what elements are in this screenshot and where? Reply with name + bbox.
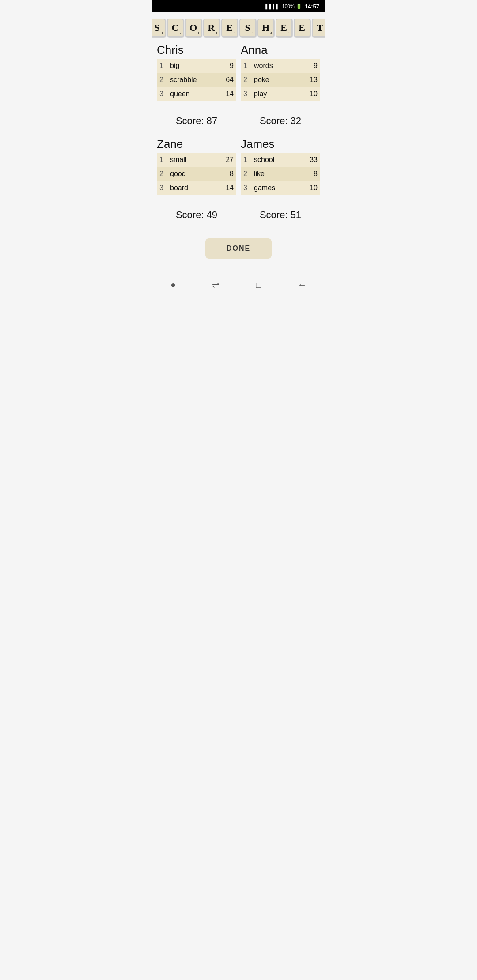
title-tile: S1	[152, 19, 166, 37]
players-row-2: Zane 1 small 27 2 good 8 3 board 14	[157, 137, 320, 200]
word: play	[251, 87, 296, 101]
word: school	[251, 153, 297, 167]
table-row: 1 big 9	[157, 59, 236, 73]
title-tile: T1	[312, 19, 325, 37]
anna-table: 1 words 9 2 poke 13 3 play 10	[241, 59, 320, 101]
player-anna: Anna 1 words 9 2 poke 13 3 play 10	[241, 43, 320, 101]
word: board	[167, 181, 212, 195]
table-row: 2 like 8	[241, 167, 320, 181]
title-tile: R1	[203, 19, 220, 37]
word: words	[251, 59, 296, 73]
score-summary-row1: Score: 87 Score: 32	[157, 108, 320, 130]
square-icon[interactable]: □	[256, 280, 261, 290]
score: 64	[216, 73, 236, 87]
word: queen	[167, 87, 216, 101]
title-tile: O1	[185, 19, 202, 37]
score: 33	[297, 153, 320, 167]
nav-bar: ● ⇌ □ ←	[152, 273, 325, 296]
score: 8	[212, 167, 236, 181]
table-row: 2 scrabble 64	[157, 73, 236, 87]
turn-num: 1	[241, 59, 251, 73]
table-row: 1 small 27	[157, 153, 236, 167]
score: 9	[216, 59, 236, 73]
turn-num: 1	[157, 153, 167, 167]
dot-icon[interactable]: ●	[170, 280, 176, 290]
zane-table: 1 small 27 2 good 8 3 board 14	[157, 153, 236, 195]
done-button[interactable]: DONE	[205, 238, 272, 259]
score: 9	[296, 59, 320, 73]
title-tile: C3	[167, 19, 184, 37]
table-row: 2 poke 13	[241, 73, 320, 87]
menu-icon[interactable]: ⇌	[212, 279, 220, 290]
title-tile: S1	[239, 19, 256, 37]
title-tile: E1	[276, 19, 292, 37]
turn-num: 3	[241, 181, 251, 195]
player-chris: Chris 1 big 9 2 scrabble 64 3 queen 14	[157, 43, 236, 101]
chris-table: 1 big 9 2 scrabble 64 3 queen 14	[157, 59, 236, 101]
table-row: 3 games 10	[241, 181, 320, 195]
word: games	[251, 181, 297, 195]
james-name: James	[241, 137, 320, 151]
turn-num: 2	[157, 167, 167, 181]
scrabble-title: S1C3O1R1E1S1H4E1E1T1	[152, 19, 325, 37]
score: 10	[297, 181, 320, 195]
turn-num: 2	[241, 167, 251, 181]
title-tile: H4	[257, 19, 274, 37]
word: scrabble	[167, 73, 216, 87]
anna-name: Anna	[241, 43, 320, 57]
clock: 14:57	[305, 3, 319, 10]
title-area: S1C3O1R1E1S1H4E1E1T1	[152, 12, 325, 41]
anna-score: Score: 32	[241, 108, 320, 130]
score-summary-row2: Score: 49 Score: 51	[157, 202, 320, 224]
table-row: 1 school 33	[241, 153, 320, 167]
chris-name: Chris	[157, 43, 236, 57]
james-table: 1 school 33 2 like 8 3 games 10	[241, 153, 320, 195]
score: 27	[212, 153, 236, 167]
status-bar: ▌▌▌▌ 100% 🔋 14:57	[152, 0, 325, 12]
table-row: 3 queen 14	[157, 87, 236, 101]
player-zane: Zane 1 small 27 2 good 8 3 board 14	[157, 137, 236, 195]
back-icon[interactable]: ←	[298, 280, 307, 290]
score: 13	[296, 73, 320, 87]
signal-icon: ▌▌▌▌	[265, 4, 279, 9]
title-tile: E1	[221, 19, 238, 37]
table-row: 3 board 14	[157, 181, 236, 195]
score: 10	[296, 87, 320, 101]
turn-num: 3	[241, 87, 251, 101]
main-content: Chris 1 big 9 2 scrabble 64 3 queen 14	[152, 41, 325, 268]
title-tile: E1	[294, 19, 310, 37]
turn-num: 3	[157, 87, 167, 101]
turn-num: 1	[157, 59, 167, 73]
zane-name: Zane	[157, 137, 236, 151]
word: like	[251, 167, 297, 181]
table-row: 3 play 10	[241, 87, 320, 101]
score: 14	[216, 87, 236, 101]
score: 8	[297, 167, 320, 181]
score: 14	[212, 181, 236, 195]
zane-score: Score: 49	[157, 202, 236, 224]
player-james: James 1 school 33 2 like 8 3 games 10	[241, 137, 320, 195]
battery-indicator: 100% 🔋	[282, 4, 302, 9]
word: good	[167, 167, 212, 181]
players-row-1: Chris 1 big 9 2 scrabble 64 3 queen 14	[157, 43, 320, 106]
word: big	[167, 59, 216, 73]
table-row: 1 words 9	[241, 59, 320, 73]
turn-num: 3	[157, 181, 167, 195]
table-row: 2 good 8	[157, 167, 236, 181]
word: small	[167, 153, 212, 167]
james-score: Score: 51	[241, 202, 320, 224]
turn-num: 2	[157, 73, 167, 87]
done-area: DONE	[157, 231, 320, 266]
turn-num: 1	[241, 153, 251, 167]
turn-num: 2	[241, 73, 251, 87]
word: poke	[251, 73, 296, 87]
chris-score: Score: 87	[157, 108, 236, 130]
